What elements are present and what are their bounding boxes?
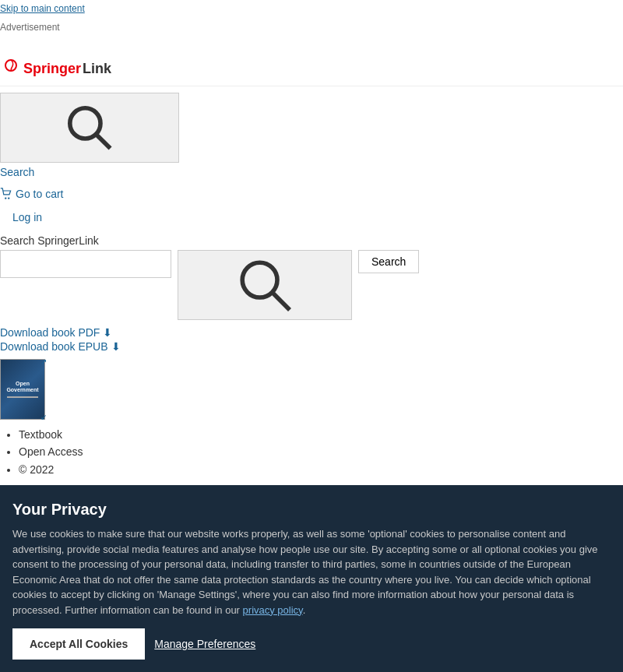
search-main-area: Search <box>0 250 623 320</box>
privacy-buttons: Accept All Cookies Manage Preferences <box>12 628 611 660</box>
download-pdf-arrow: ⬇ <box>103 326 112 339</box>
header: Springer Link <box>0 51 623 86</box>
search-springerlink-label: Search SpringerLink <box>0 228 623 250</box>
metadata-type: Textbook <box>19 426 623 443</box>
cart-label: Go to cart <box>16 188 63 200</box>
advertisement-label: Advertisement <box>0 17 623 36</box>
logo-springer-text: Springer <box>23 61 81 77</box>
header-search-container: Search <box>0 93 623 178</box>
logo-link-text: Link <box>83 61 111 77</box>
privacy-banner: Your Privacy We use cookies to make sure… <box>0 485 623 672</box>
download-epub-arrow: ⬇ <box>111 340 121 353</box>
book-cover-container: Open Government ↗ ↙ <box>0 359 45 420</box>
metadata-list: Textbook Open Access © 2022 <box>0 426 623 478</box>
nav-login-item: Log in <box>12 209 623 225</box>
main-nav: Log in <box>0 206 623 228</box>
main-search-icon <box>234 254 296 316</box>
header-search-icon <box>62 100 117 155</box>
metadata-access: Open Access <box>19 443 623 460</box>
header-search-box[interactable] <box>0 93 179 163</box>
cart-link[interactable]: Go to cart <box>0 185 623 203</box>
expand-icon[interactable]: ↗ <box>40 357 47 366</box>
book-cover-title-line1: Open <box>16 381 30 387</box>
download-pdf-link[interactable]: Download book PDF ⬇ <box>0 326 623 339</box>
download-pdf-label: Download book PDF <box>0 326 100 339</box>
search-button[interactable]: Search <box>358 250 419 273</box>
springer-logo[interactable]: Springer Link <box>0 58 111 79</box>
download-epub-link[interactable]: Download book EPUB ⬇ <box>0 340 623 353</box>
download-epub-label: Download book EPUB <box>0 340 108 353</box>
book-cover-title-line2: Government <box>6 387 38 393</box>
privacy-title: Your Privacy <box>12 501 611 519</box>
main-search-box[interactable] <box>178 250 352 320</box>
cart-icon <box>0 188 12 200</box>
cart-container: Go to cart <box>0 185 623 203</box>
download-links: Download book PDF ⬇ Download book EPUB ⬇ <box>0 326 623 353</box>
svg-point-5 <box>242 262 277 297</box>
svg-line-2 <box>96 134 110 148</box>
skip-main-link[interactable]: Skip to main content <box>0 0 623 17</box>
svg-point-4 <box>8 197 9 199</box>
book-cover: Open Government <box>0 359 45 420</box>
svg-line-6 <box>273 293 290 310</box>
login-link[interactable]: Log in <box>12 211 42 223</box>
svg-point-3 <box>5 197 6 199</box>
privacy-text: We use cookies to make sure that our web… <box>12 526 611 617</box>
metadata-year: © 2022 <box>19 461 623 478</box>
svg-point-1 <box>70 108 100 139</box>
header-search-label[interactable]: Search <box>0 166 623 178</box>
privacy-policy-link[interactable]: privacy policy <box>243 604 303 616</box>
manage-preferences-button[interactable]: Manage Preferences <box>154 630 255 658</box>
shrink-icon[interactable]: ↙ <box>40 413 47 421</box>
search-input[interactable] <box>0 250 171 278</box>
springer-logo-icon <box>0 58 22 79</box>
accept-all-cookies-button[interactable]: Accept All Cookies <box>12 628 145 660</box>
